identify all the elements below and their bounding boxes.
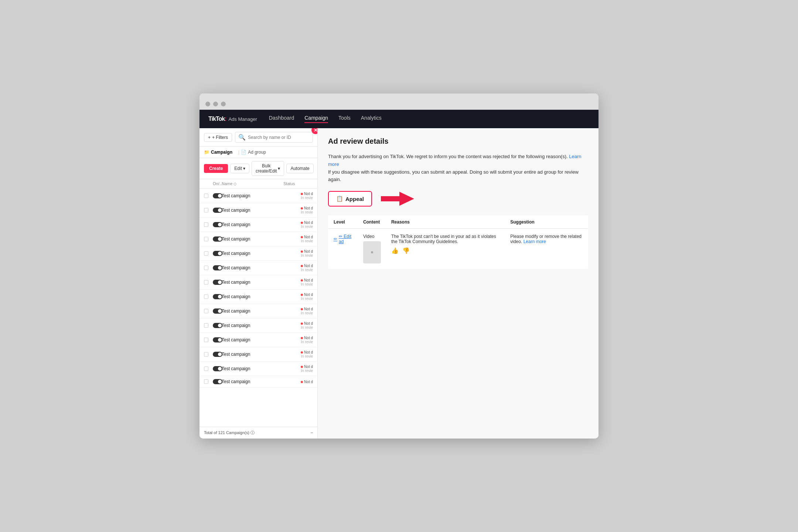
campaign-row[interactable]: Test campaign Not d In revie (200, 290, 317, 304)
status-sub: In revie (283, 196, 313, 200)
edit-ad-link[interactable]: ✏ ✏ Edit ad (334, 234, 353, 244)
campaign-toggle[interactable] (213, 323, 222, 328)
appeal-icon: 📋 (336, 195, 343, 202)
campaign-row[interactable]: Test campaign Not d In revie (200, 261, 317, 275)
campaign-toggle[interactable] (213, 251, 222, 256)
campaign-row[interactable]: Test campaign Not d (200, 376, 317, 388)
campaign-toggle[interactable] (213, 236, 222, 242)
traffic-light-maximize[interactable] (221, 102, 226, 106)
campaign-row[interactable]: Test campaign Not d In revie (200, 347, 317, 362)
tab-campaign[interactable]: 📁 Campaign (204, 147, 237, 158)
campaign-icon: 📁 (204, 150, 209, 155)
feedback-icons: 👍 👎 (391, 247, 500, 254)
campaign-row[interactable]: Test campaign Not d In revie (200, 189, 317, 203)
filter-icon: + (208, 135, 211, 140)
col-name: Name ◇ (222, 181, 283, 186)
campaign-status: Not d In revie (283, 293, 313, 301)
nav-dashboard[interactable]: Dashboard (269, 115, 294, 123)
campaign-status: Not d In revie (283, 249, 313, 258)
bulk-chevron-icon: ▾ (278, 166, 280, 171)
red-arrow-icon (381, 191, 414, 207)
brand-colon: : (225, 116, 226, 122)
automate-button[interactable]: Automate (286, 164, 313, 173)
search-input[interactable] (248, 135, 310, 140)
campaign-row[interactable]: Test campaign Not d In revie (200, 203, 317, 218)
ads-manager-label: Ads Manager (228, 116, 257, 122)
thumbs-up-icon[interactable]: 👍 (391, 247, 399, 254)
campaign-row[interactable]: Test campaign Not d In revie (200, 218, 317, 232)
table-row: ✏ ✏ Edit ad Video The TikTok post can't … (328, 229, 588, 269)
thumbs-down-icon[interactable]: 👎 (402, 247, 410, 254)
campaign-name: Test campaign (222, 323, 283, 328)
row-checkbox[interactable] (204, 194, 208, 198)
campaign-row[interactable]: Test campaign Not d In revie (200, 362, 317, 376)
campaign-toggle[interactable] (213, 222, 222, 227)
row-checkbox[interactable] (204, 251, 208, 256)
campaign-table-header: On/... Name ◇ Status (200, 179, 317, 189)
traffic-light-close[interactable] (205, 102, 210, 106)
campaign-toggle[interactable] (213, 379, 222, 384)
filter-button[interactable]: + + Filters (204, 133, 232, 142)
col-status: Status (283, 181, 313, 186)
campaign-toggle[interactable] (213, 265, 222, 270)
tab-divider: | (237, 147, 241, 158)
status-sub: In revie (283, 297, 313, 301)
tab-adgroup[interactable]: 📄 Ad group (241, 147, 270, 158)
row-checkbox[interactable] (204, 352, 208, 357)
campaign-name: Test campaign (222, 208, 283, 213)
campaign-row[interactable]: Test campaign Not d In revie (200, 275, 317, 290)
edit-button[interactable]: Edit ▾ (230, 164, 249, 173)
cell-level: ✏ ✏ Edit ad (328, 229, 358, 269)
row-checkbox[interactable] (204, 280, 208, 284)
campaign-row[interactable]: Test campaign Not d In revie (200, 318, 317, 333)
bulk-create-button[interactable]: Bulk create/Edit ▾ (252, 161, 284, 176)
row-checkbox[interactable] (204, 366, 208, 371)
row-checkbox[interactable] (204, 294, 208, 299)
main-layout: ✕ + + Filters 🔍 📁 Campaign | (200, 128, 598, 439)
row-checkbox[interactable] (204, 338, 208, 342)
campaign-name: Test campaign (222, 193, 283, 198)
campaign-row[interactable]: Test campaign Not d In revie (200, 246, 317, 261)
row-checkbox[interactable] (204, 309, 208, 313)
campaign-toggle[interactable] (213, 352, 222, 357)
appeal-label: Appeal (345, 196, 364, 202)
filter-label: + Filters (212, 135, 228, 140)
campaign-row[interactable]: Test campaign Not d In revie (200, 333, 317, 347)
campaign-name: Test campaign (222, 280, 283, 285)
appeal-button[interactable]: 📋 Appeal (328, 191, 372, 207)
create-button[interactable]: Create (204, 164, 228, 173)
campaign-toggle[interactable] (213, 294, 222, 299)
campaign-toggle[interactable] (213, 208, 222, 213)
status-sub: In revie (283, 239, 313, 243)
campaign-toggle[interactable] (213, 337, 222, 342)
col-checkbox (204, 181, 213, 186)
campaign-toggle[interactable] (213, 366, 222, 371)
row-checkbox[interactable] (204, 379, 208, 384)
nav-analytics[interactable]: Analytics (361, 115, 382, 123)
suggestion-learn-more-link[interactable]: Learn more (524, 239, 546, 244)
edit-label: Edit (234, 166, 242, 171)
campaign-row[interactable]: Test campaign Not d In revie (200, 304, 317, 318)
auto-label: Automate (290, 166, 309, 171)
campaign-toggle[interactable] (213, 280, 222, 285)
row-checkbox[interactable] (204, 237, 208, 241)
row-checkbox[interactable] (204, 323, 208, 328)
row-checkbox[interactable] (204, 266, 208, 270)
row-checkbox[interactable] (204, 208, 208, 212)
campaign-row[interactable]: Test campaign Not d In revie (200, 232, 317, 246)
campaign-toggle[interactable] (213, 193, 222, 198)
notice-line2: If you disagree with these suggestions, … (328, 169, 579, 183)
row-checkbox[interactable] (204, 222, 208, 227)
col-reasons: Reasons (386, 216, 505, 229)
video-dot (371, 251, 373, 253)
campaign-rows: Test campaign Not d In revie Test campai… (200, 189, 317, 427)
status-dot (301, 193, 303, 195)
bulk-label: Bulk create/Edit (256, 163, 277, 174)
campaign-toggle[interactable] (213, 308, 222, 314)
status-dot (301, 222, 303, 224)
traffic-light-minimize[interactable] (213, 102, 218, 106)
status-dot (301, 308, 303, 310)
nav-tools[interactable]: Tools (338, 115, 351, 123)
nav-campaign[interactable]: Campaign (304, 115, 328, 123)
status-dot (301, 294, 303, 296)
